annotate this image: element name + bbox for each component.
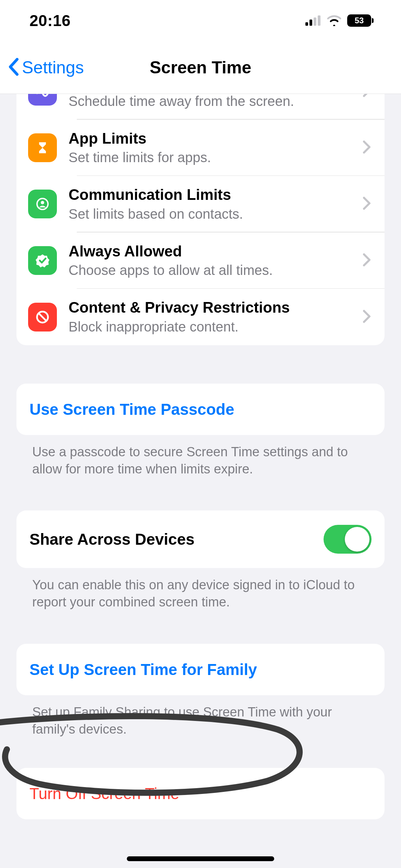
row-communication-limits[interactable]: Communication Limits Set limits based on… [16,176,385,232]
row-subtitle: Set limits based on contacts. [69,206,351,222]
chevron-right-icon [363,94,371,99]
chevron-right-icon [363,310,371,325]
family-footer: Set up Family Sharing to use Screen Time… [16,695,385,738]
svg-point-5 [41,201,44,204]
row-downtime[interactable]: Downtime Schedule time away from the scr… [16,94,385,120]
chevron-right-icon [363,196,371,212]
battery-icon: 53 [347,14,374,27]
use-passcode-button[interactable]: Use Screen Time Passcode [16,384,385,435]
row-subtitle: Set time limits for apps. [69,149,351,166]
link-label: Use Screen Time Passcode [29,400,234,418]
row-text: Always Allowed Choose apps to allow at a… [69,243,351,279]
share-label: Share Across Devices [29,530,195,548]
hourglass-icon [28,133,57,162]
row-always-allowed[interactable]: Always Allowed Choose apps to allow at a… [16,232,385,289]
row-text: Downtime Schedule time away from the scr… [69,94,351,109]
page-title: Screen Time [150,58,251,77]
row-text: Content & Privacy Restrictions Block ina… [69,299,351,335]
limits-group: Downtime Schedule time away from the scr… [16,94,385,345]
link-label: Turn Off Screen Time [29,785,179,803]
chevron-right-icon [363,253,371,268]
content-scroll[interactable]: Downtime Schedule time away from the scr… [0,94,401,868]
row-title: Content & Privacy Restrictions [69,299,351,316]
status-right: 53 [305,14,374,27]
chevron-right-icon [363,140,371,155]
back-button[interactable]: Settings [8,41,84,94]
row-subtitle: Block inappropriate content. [69,318,351,335]
svg-rect-2 [314,17,316,26]
home-indicator[interactable] [127,856,274,861]
back-label: Settings [22,58,84,77]
row-title: Always Allowed [69,243,351,260]
passcode-footer: Use a passcode to secure Screen Time set… [16,435,385,478]
row-text: Communication Limits Set limits based on… [69,186,351,222]
status-bar: 20:16 53 [0,0,401,41]
content: Downtime Schedule time away from the scr… [0,94,401,868]
no-entry-icon [28,303,57,331]
row-content-privacy[interactable]: Content & Privacy Restrictions Block ina… [16,289,385,345]
svg-line-7 [39,313,46,321]
share-group: Share Across Devices [16,510,385,568]
contact-icon [28,190,57,218]
svg-rect-0 [305,22,308,26]
row-subtitle: Schedule time away from the screen. [69,94,351,109]
wifi-icon [327,15,342,26]
share-footer: You can enable this on any device signed… [16,568,385,611]
share-row: Share Across Devices [16,510,385,568]
status-time: 20:16 [29,11,71,30]
turn-off-group: Turn Off Screen Time [16,768,385,819]
passcode-group: Use Screen Time Passcode [16,384,385,435]
battery-level: 53 [355,16,364,25]
svg-rect-1 [309,20,312,26]
switch-knob [345,527,369,552]
downtime-icon [28,94,57,106]
share-toggle[interactable] [324,525,372,554]
row-app-limits[interactable]: App Limits Set time limits for apps. [16,120,385,176]
row-title: App Limits [69,130,351,147]
cellular-icon [305,15,321,26]
turn-off-button[interactable]: Turn Off Screen Time [16,768,385,819]
svg-rect-3 [318,15,320,26]
row-title: Communication Limits [69,186,351,204]
family-group: Set Up Screen Time for Family [16,644,385,695]
family-setup-button[interactable]: Set Up Screen Time for Family [16,644,385,695]
chevron-left-icon [8,58,20,77]
nav-bar: Settings Screen Time [0,41,401,94]
link-label: Set Up Screen Time for Family [29,661,257,678]
row-text: App Limits Set time limits for apps. [69,130,351,166]
badge-check-icon [28,246,57,275]
row-subtitle: Choose apps to allow at all times. [69,262,351,278]
